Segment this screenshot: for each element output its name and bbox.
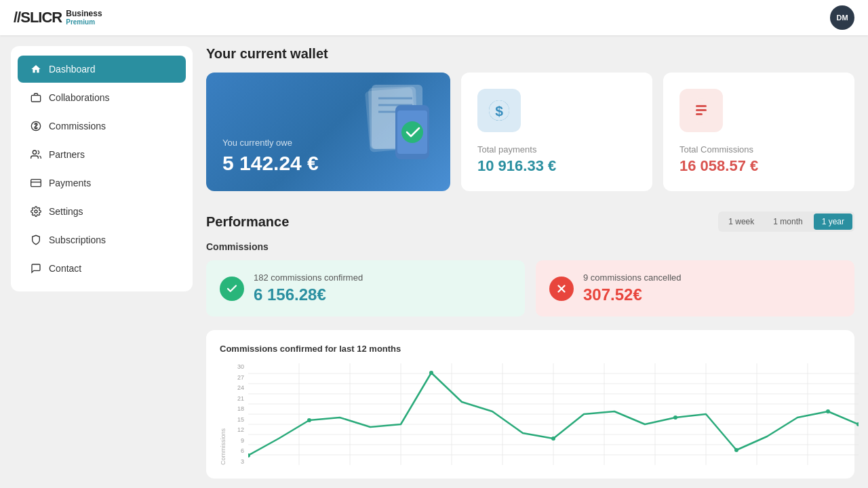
time-filters: 1 week 1 month 1 year (718, 211, 854, 232)
sidebar-item-partners[interactable]: Partners (18, 141, 186, 168)
business-label: Business (66, 9, 102, 18)
performance-title: Performance (206, 214, 289, 230)
wallet-card-commissions: Total Commissions 16 058.57 € (663, 73, 854, 191)
main-content: Your current wallet (193, 35, 868, 488)
chart-inner: 30 27 24 21 18 15 12 9 6 3 (232, 363, 859, 465)
svg-rect-18 (696, 105, 707, 107)
confirmed-check-icon (220, 277, 244, 301)
sidebar-item-contact[interactable]: Contact (18, 255, 186, 282)
gear-icon (30, 205, 42, 218)
svg-text:$: $ (495, 103, 503, 119)
sidebar-item-collaborations[interactable]: Collaborations (18, 84, 186, 111)
filter-1year[interactable]: 1 year (814, 214, 852, 230)
shield-icon (30, 234, 42, 246)
sidebar-label-collaborations: Collaborations (49, 92, 110, 103)
payments-label: Total payments (477, 144, 556, 155)
commissions-amount: 16 058.57 € (679, 157, 758, 175)
chart-area: 30 27 24 21 18 15 12 9 6 3 (232, 363, 859, 465)
svg-point-5 (35, 210, 37, 213)
sidebar-item-settings[interactable]: Settings (18, 198, 186, 225)
wallet-title: Your current wallet (206, 46, 854, 62)
logo-text: //SLICR (14, 9, 62, 26)
chart-container: Commissions 30 27 24 21 18 15 12 9 (220, 363, 841, 465)
cancelled-label: 9 commissions cancelled (583, 272, 682, 283)
wallet-card-payments: $ Total payments 10 916.33 € (461, 73, 652, 191)
cancelled-text: 9 commissions cancelled 307.52€ (583, 272, 682, 304)
commissions-icon-wrap (679, 89, 723, 132)
svg-point-2 (33, 150, 36, 154)
logo: //SLICR Business Premium (14, 9, 102, 26)
home-icon (30, 63, 42, 75)
chart-title: Commissions confirmed for last 12 months (220, 344, 841, 354)
sidebar: Dashboard Collaborations Commissions Par… (11, 46, 193, 291)
commission-cards: 182 commissions confirmed 6 156.28€ 9 co… (206, 260, 854, 317)
svg-rect-19 (696, 109, 707, 111)
svg-point-14 (401, 121, 423, 143)
cancelled-x-icon (549, 277, 574, 301)
sidebar-item-payments[interactable]: Payments (18, 169, 186, 197)
confirmed-label: 182 commissions confirmed (254, 272, 363, 283)
wallet-cards: You currently owe 5 142.24 € $ Total pay… (206, 73, 854, 191)
commission-card-confirmed: 182 commissions confirmed 6 156.28€ (206, 260, 525, 317)
avatar[interactable]: DM (830, 5, 854, 30)
sidebar-label-payments: Payments (49, 178, 91, 188)
y-axis-label: Commissions (220, 363, 226, 465)
commissions-text: Total Commissions 16 058.57 € (679, 144, 758, 175)
performance-header: Performance 1 week 1 month 1 year (206, 211, 854, 232)
sidebar-label-subscriptions: Subscriptions (49, 235, 106, 245)
chart-svg (248, 363, 859, 465)
briefcase-icon (30, 92, 42, 104)
sidebar-label-dashboard: Dashboard (49, 64, 96, 75)
confirmed-text: 182 commissions confirmed 6 156.28€ (254, 272, 363, 304)
confirmed-amount: 6 156.28€ (254, 285, 363, 304)
payments-icon-wrap: $ (477, 89, 521, 132)
sidebar-label-commissions: Commissions (49, 121, 106, 131)
svg-rect-0 (31, 96, 40, 102)
layout: Dashboard Collaborations Commissions Par… (0, 35, 868, 488)
commissions-section-label: Commissions (206, 241, 854, 252)
svg-point-47 (673, 415, 677, 420)
sidebar-item-subscriptions[interactable]: Subscriptions (18, 226, 186, 253)
header: //SLICR Business Premium DM (0, 0, 868, 35)
filter-1week[interactable]: 1 week (720, 214, 762, 230)
sidebar-item-dashboard[interactable]: Dashboard (18, 56, 186, 83)
sidebar-label-contact: Contact (49, 263, 81, 274)
svg-point-49 (826, 409, 830, 413)
y-axis-values: 30 27 24 21 18 15 12 9 6 3 (232, 363, 248, 465)
payments-amount: 10 916.33 € (477, 157, 556, 175)
cancelled-amount: 307.52€ (583, 285, 682, 304)
svg-point-46 (551, 436, 555, 441)
payments-text: Total payments 10 916.33 € (477, 144, 556, 175)
dollar-circle-icon (30, 120, 42, 132)
credit-card-icon (30, 177, 42, 189)
svg-rect-3 (31, 180, 41, 187)
svg-point-48 (734, 448, 738, 452)
users-icon (30, 148, 42, 161)
message-icon (30, 262, 42, 274)
svg-rect-20 (696, 113, 703, 115)
wallet-illustration (324, 78, 439, 169)
sidebar-label-settings: Settings (49, 206, 83, 217)
svg-point-44 (307, 418, 311, 422)
filter-1month[interactable]: 1 month (765, 214, 810, 230)
commissions-label: Total Commissions (679, 144, 758, 155)
sidebar-label-partners: Partners (49, 149, 85, 160)
chart-card: Commissions confirmed for last 12 months… (206, 330, 854, 479)
logo-brand: Business Premium (66, 9, 102, 26)
svg-point-45 (429, 371, 433, 375)
wallet-card-owe: You currently owe 5 142.24 € (206, 73, 450, 191)
sidebar-item-commissions[interactable]: Commissions (18, 113, 186, 140)
premium-label: Premium (66, 18, 102, 26)
commission-card-cancelled: 9 commissions cancelled 307.52€ (536, 260, 854, 317)
